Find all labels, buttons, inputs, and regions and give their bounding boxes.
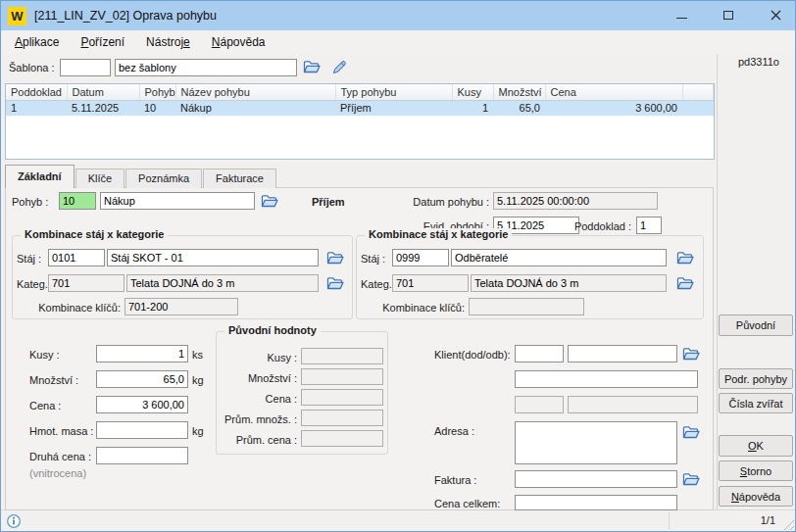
staj-to-name-input[interactable] bbox=[451, 249, 667, 266]
info-icon[interactable] bbox=[6, 513, 22, 531]
template-name-input[interactable] bbox=[115, 59, 297, 76]
kateg-to-open-button[interactable] bbox=[674, 274, 696, 292]
puvodni-cena-label: Cena : bbox=[217, 393, 297, 405]
hmot-masa-input[interactable] bbox=[96, 421, 188, 439]
cell-typ-pohybu: Příjem bbox=[335, 101, 452, 116]
kombinace-klicu-from-field bbox=[124, 298, 238, 315]
kateg-to-code-field bbox=[392, 274, 469, 292]
resize-grip[interactable] bbox=[781, 517, 794, 530]
puvodni-mnozstvi-field bbox=[301, 368, 383, 385]
kateg-from-code-field bbox=[48, 274, 124, 292]
open-folder-icon bbox=[326, 251, 344, 266]
napoveda-button[interactable]: Nápověda bbox=[719, 486, 793, 507]
pohyb-open-button[interactable] bbox=[259, 192, 280, 210]
cena-label: Cena : bbox=[29, 400, 61, 411]
kombinace-from-group: Kombinace stáj x kategorie Stáj : Kateg.… bbox=[12, 235, 353, 319]
cell-poddoklad: 1 bbox=[6, 101, 67, 116]
form-code-label: pd3311o bbox=[738, 56, 779, 68]
mnozstvi-input[interactable] bbox=[96, 370, 188, 388]
staj-to-open-button[interactable] bbox=[674, 249, 696, 266]
kombinace-klicu-from-label: Kombinace klíčů: bbox=[30, 302, 121, 314]
prum-mnozs-label: Prům. množs. : bbox=[217, 413, 297, 425]
close-icon bbox=[771, 10, 781, 21]
kateg-from-open-button[interactable] bbox=[324, 274, 346, 292]
puvodni-cena-field bbox=[301, 389, 383, 406]
cell-kusy: 1 bbox=[452, 101, 493, 116]
col-header-datum[interactable]: Datum bbox=[67, 84, 139, 101]
prum-mnozs-field bbox=[301, 410, 383, 426]
menu-item-napoveda[interactable]: Nápověda bbox=[201, 31, 276, 53]
datum-pohybu-label: Datum pohybu : bbox=[388, 196, 489, 208]
col-header-cena[interactable]: Cena bbox=[545, 84, 682, 101]
statusbar: 1/1 bbox=[1, 509, 795, 531]
col-header-nazev-pohybu[interactable]: Název pohybu bbox=[175, 84, 335, 101]
kusy-input[interactable] bbox=[96, 345, 188, 363]
staj-to-label: Stáj : bbox=[361, 253, 385, 265]
cell-mnozstvi: 65,0 bbox=[493, 101, 545, 116]
klient-name2-input[interactable] bbox=[515, 370, 698, 388]
tab-poznamka[interactable]: Poznámka bbox=[125, 169, 202, 188]
col-header-poddoklad[interactable]: Poddoklad bbox=[6, 84, 67, 101]
menu-item-nastroje[interactable]: Nástroje bbox=[135, 31, 201, 53]
menu-item-porizeni[interactable]: Pořízení bbox=[70, 31, 135, 53]
klient-label: Klient(dod/odb): bbox=[434, 349, 511, 361]
grid-row-selected[interactable]: 1 5.11.2025 10 Nákup Příjem 1 65,0 3 600… bbox=[6, 101, 714, 116]
tab-fakturace[interactable]: Fakturace bbox=[203, 169, 276, 188]
open-folder-icon bbox=[682, 472, 700, 487]
faktura-label: Faktura : bbox=[434, 474, 476, 486]
adresa-textarea[interactable] bbox=[515, 421, 677, 464]
titlebar[interactable]: W [211_LIN_ZV_02] Oprava pohybu bbox=[1, 1, 795, 30]
staj-from-open-button[interactable] bbox=[324, 249, 346, 266]
mnozstvi-label: Množství : bbox=[29, 374, 78, 386]
klient-name-input[interactable] bbox=[568, 345, 677, 363]
col-header-mnozstvi[interactable]: Množství bbox=[493, 84, 545, 101]
faktura-input[interactable] bbox=[515, 470, 677, 488]
cena-celkem-input[interactable] bbox=[515, 495, 677, 510]
tab-strip: Základní Klíče Poznámka Fakturace bbox=[5, 165, 277, 188]
puvodni-button[interactable]: Původní bbox=[719, 314, 793, 336]
menu-item-aplikace[interactable]: Aplikace bbox=[4, 31, 70, 53]
klient-open-button[interactable] bbox=[680, 345, 702, 363]
template-code-input[interactable] bbox=[60, 59, 111, 76]
vnitrocena-note: (vnitrocena) bbox=[29, 467, 86, 479]
ok-button[interactable]: OK bbox=[719, 435, 793, 457]
col-header-kusy[interactable]: Kusy bbox=[452, 84, 493, 101]
maximize-button[interactable] bbox=[713, 1, 744, 29]
cena-input[interactable] bbox=[96, 396, 188, 413]
poddoklad-input[interactable] bbox=[636, 217, 662, 234]
cisla-zvirat-button[interactable]: Čísla zvířat bbox=[719, 393, 793, 413]
faktura-open-button[interactable] bbox=[680, 470, 702, 488]
minimize-button[interactable] bbox=[666, 1, 697, 29]
kateg-to-name-field bbox=[471, 274, 667, 292]
staj-to-code-input[interactable] bbox=[392, 249, 449, 266]
right-panel-divider bbox=[717, 54, 718, 510]
poddoklad-label: Poddoklad : bbox=[571, 220, 631, 232]
open-folder-icon bbox=[326, 276, 344, 291]
pencil-icon bbox=[332, 60, 347, 74]
adresa-open-button[interactable] bbox=[680, 423, 702, 441]
kusy-unit-label: ks bbox=[192, 349, 203, 361]
kusy-label: Kusy : bbox=[29, 349, 60, 361]
kateg-from-name-field bbox=[126, 274, 319, 292]
klient-code-input[interactable] bbox=[515, 345, 564, 363]
tab-panel-zakladni: Pohyb : Příjem Datum pohybu : Evid. obdo… bbox=[5, 187, 714, 510]
record-pager: 1/1 bbox=[761, 514, 775, 526]
col-header-typ-pohybu[interactable]: Typ pohybu bbox=[335, 84, 452, 101]
template-edit-button[interactable] bbox=[328, 58, 350, 75]
pohyb-code-input[interactable] bbox=[59, 192, 96, 210]
tab-klice[interactable]: Klíče bbox=[75, 169, 124, 188]
close-button[interactable] bbox=[760, 1, 791, 29]
storno-button[interactable]: Storno bbox=[719, 460, 793, 481]
podr-pohyby-button[interactable]: Podr. pohyby bbox=[719, 368, 793, 389]
puvodni-mnozstvi-label: Množství : bbox=[217, 372, 297, 384]
druha-cena-input[interactable] bbox=[96, 447, 188, 464]
pohyb-name-input[interactable] bbox=[100, 192, 255, 210]
tab-zakladni[interactable]: Základní bbox=[5, 165, 75, 188]
cell-datum: 5.11.2025 bbox=[67, 101, 139, 116]
col-header-pohyb[interactable]: Pohyb bbox=[139, 84, 175, 101]
staj-from-name-input[interactable] bbox=[107, 249, 319, 266]
col-header-empty bbox=[682, 84, 714, 101]
puvodni-kusy-label: Kusy : bbox=[217, 352, 297, 363]
staj-from-code-input[interactable] bbox=[48, 249, 105, 266]
template-open-button[interactable] bbox=[301, 58, 323, 75]
